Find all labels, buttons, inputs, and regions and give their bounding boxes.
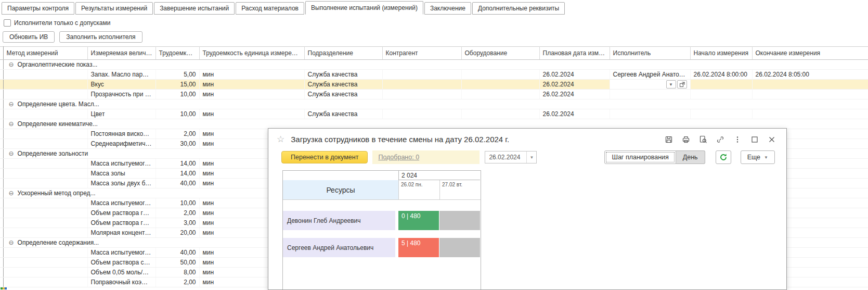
cell-start[interactable]: 26.02.2024 8:00:00 (690, 70, 752, 80)
cell-planned-date[interactable]: 26.02.2024 (539, 109, 610, 119)
cell-effort[interactable]: 40,00 (156, 248, 199, 258)
tab-1[interactable]: Результаты измерений (75, 2, 153, 15)
cell-value[interactable]: Масса испытуемого про... (87, 159, 156, 169)
cell-method[interactable] (3, 218, 87, 228)
cell-unit[interactable]: мин (199, 70, 304, 80)
cell-planned-date[interactable]: 26.02.2024 (539, 70, 610, 80)
executor-editor[interactable]: ▼ (613, 80, 687, 89)
cell-contractor[interactable] (382, 70, 461, 80)
cell-effort[interactable]: 20,00 (156, 228, 199, 238)
column-header-5[interactable]: Контрагент (382, 47, 461, 60)
cell-equipment[interactable] (461, 90, 539, 99)
cell-equipment[interactable] (461, 80, 539, 90)
fill-executor-button[interactable]: Заполнить исполнителя (59, 31, 142, 43)
collapse-icon[interactable]: ⊖ (9, 100, 14, 108)
executor-open-icon[interactable] (677, 80, 687, 89)
column-header-0[interactable]: Метод измерений (3, 47, 87, 60)
collapse-icon[interactable]: ⊖ (9, 239, 14, 246)
cell-department[interactable]: Служба качества (304, 70, 382, 80)
resource-name[interactable]: Девонин Глеб Андреевич (283, 211, 395, 230)
cell-method[interactable] (3, 268, 87, 278)
group-row[interactable]: ⊖Определение кинематиче... (0, 119, 868, 129)
group-cell[interactable]: ⊖Определение кинематиче... (3, 119, 868, 129)
cell-effort[interactable]: 14,00 (156, 159, 199, 169)
cell-effort[interactable]: 50,00 (156, 258, 199, 268)
cell-department[interactable]: Служба качества (304, 109, 382, 119)
kebab-menu-icon[interactable] (733, 135, 742, 144)
group-row[interactable]: ⊖Определение цвета. Масл... (0, 99, 868, 109)
cell-effort[interactable]: 10,00 (156, 109, 199, 119)
tab-3[interactable]: Расход материалов (236, 2, 304, 15)
print-icon[interactable] (682, 135, 690, 144)
cell-executor[interactable] (610, 90, 690, 99)
favorite-star-icon[interactable]: ☆ (277, 134, 284, 145)
collapse-icon[interactable]: ⊖ (9, 61, 14, 68)
table-row[interactable]: Цвет10,00минСлужба качества26.02.2024 (0, 109, 868, 119)
more-button[interactable]: Еще ▼ (741, 150, 775, 164)
cell-contractor[interactable] (382, 90, 461, 99)
cell-value[interactable]: Постоянная вискозимет... (87, 129, 156, 139)
cell-contractor[interactable] (382, 109, 461, 119)
cell-department[interactable]: Служба качества (304, 80, 382, 90)
cell-effort[interactable]: 40,00 (156, 179, 199, 188)
executor-dropdown-icon[interactable]: ▼ (666, 80, 676, 89)
cell-equipment[interactable] (461, 109, 539, 119)
cell-effort[interactable]: 10,00 (156, 198, 199, 208)
cell-value[interactable]: Масса золы двух бумаж... (87, 179, 156, 188)
cell-method[interactable] (3, 139, 87, 149)
cell-unit[interactable]: мин (199, 90, 304, 99)
save-icon[interactable] (665, 135, 673, 144)
column-header-8[interactable]: Исполнитель (610, 47, 690, 60)
load-bar-day2[interactable] (439, 238, 480, 257)
tab-0[interactable]: Параметры контроля (2, 2, 74, 15)
column-header-4[interactable]: Подразделение (304, 47, 382, 60)
cell-method[interactable] (3, 248, 87, 258)
table-row[interactable]: Прозрачность при темп...10,00минСлужба к… (0, 90, 868, 99)
table-row[interactable]: Запах. Масло парфюме...5,00минСлужба кач… (0, 70, 868, 80)
cell-effort[interactable]: 10,00 (156, 90, 199, 99)
cell-planned-date[interactable]: 26.02.2024 (539, 80, 610, 90)
clearance-checkbox[interactable] (4, 19, 11, 27)
close-icon[interactable] (768, 135, 776, 144)
column-header-3[interactable]: Трудоемкость единица измерения вре... (199, 47, 304, 60)
cell-start[interactable] (690, 80, 752, 90)
date-dropdown-icon[interactable]: ▼ (526, 152, 536, 163)
cell-method[interactable] (3, 80, 87, 90)
cell-value[interactable]: Объем раствора соляно... (87, 258, 156, 268)
cell-value[interactable]: Прозрачность при темп... (87, 90, 156, 99)
cell-method[interactable] (3, 90, 87, 99)
cell-method[interactable] (3, 169, 87, 179)
plan-step-button[interactable]: Шаг планирования (604, 150, 676, 164)
cell-effort[interactable]: 3,00 (156, 218, 199, 228)
cell-effort[interactable]: 30,00 (156, 139, 199, 149)
cell-department[interactable]: Служба качества (304, 90, 382, 99)
cell-executor[interactable]: ▼ (610, 80, 690, 90)
cell-end[interactable] (752, 80, 868, 90)
cell-start[interactable] (690, 90, 752, 99)
selected-count-link[interactable]: Подобрано: 0 (378, 154, 419, 161)
cell-value[interactable]: Масса испытуемого про... (87, 198, 156, 208)
cell-effort[interactable]: 5,00 (156, 70, 199, 80)
cell-method[interactable] (3, 109, 87, 119)
tab-5[interactable]: Заключение (424, 2, 471, 15)
link-icon[interactable] (716, 135, 724, 144)
load-bar-day2[interactable] (439, 211, 480, 230)
refresh-iv-button[interactable]: Обновить ИВ (3, 31, 55, 43)
cell-effort[interactable]: 15,00 (156, 80, 199, 90)
tab-4[interactable]: Выполнение испытаний (измерений) (305, 1, 423, 15)
collapse-icon[interactable]: ⊖ (9, 190, 14, 197)
refresh-button[interactable] (716, 150, 731, 164)
preview-icon[interactable] (699, 135, 707, 144)
group-row[interactable]: ⊖Органолептические показ... (0, 60, 868, 70)
maximize-icon[interactable] (750, 135, 759, 144)
cell-value[interactable]: Запах. Масло парфюме... (87, 70, 156, 80)
collapse-icon[interactable]: ⊖ (9, 150, 14, 157)
column-header-1[interactable]: Измеряемая величина (87, 47, 156, 60)
cell-method[interactable] (3, 70, 87, 80)
cell-method[interactable] (3, 258, 87, 268)
date-input[interactable]: 26.02.2024 (485, 152, 526, 163)
table-row[interactable]: Вкус15,00минСлужба качества26.02.2024▼ (0, 80, 868, 90)
collapse-icon[interactable]: ⊖ (9, 120, 14, 128)
cell-effort[interactable]: 14,00 (156, 169, 199, 179)
column-header-9[interactable]: Начало измерения (690, 47, 752, 60)
